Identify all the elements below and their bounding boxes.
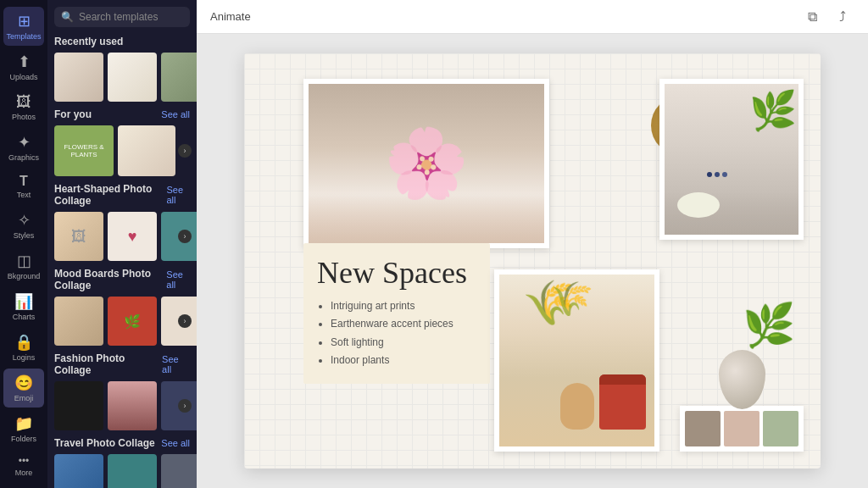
sidebar-item-uploads[interactable]: ⬆ Uploads [3,47,44,86]
mood-boards-header: Mood Boards Photo Collage See all [54,268,190,291]
fashion-title: Fashion Photo Collage [54,352,162,376]
sidebar-item-background[interactable]: ◫ Bkground [3,247,44,286]
fashion-row: › [54,381,190,430]
travel-title: Travel Photo Collage [54,437,155,449]
mood-thumb-2[interactable]: 🌿 [108,297,157,346]
fashion-see-all[interactable]: See all [162,354,190,374]
folders-icon: 📁 [14,414,33,433]
recent-thumb-1[interactable] [54,53,103,102]
sidebar-item-templates[interactable]: ⊞ Templates [3,7,44,46]
topbar-actions: ⧉ ⤴ [800,5,854,29]
more-icon: ••• [19,455,30,467]
emoji-icon: 😊 [14,374,33,392]
travel-row [54,454,190,488]
travel-thumb-2[interactable] [108,454,157,488]
sidebar-item-text[interactable]: T Text [3,169,44,204]
sidebar-item-logins[interactable]: 🔒 Logins [3,328,44,367]
background-icon: ◫ [17,252,31,270]
fashion-header: Fashion Photo Collage See all [54,352,190,376]
flowers-photo[interactable]: 🌸 [303,79,549,248]
for-you-next[interactable]: › [178,144,192,158]
swatch-brown [685,411,721,446]
graphics-icon: ✦ [18,133,31,152]
uploads-icon: ⬆ [18,53,31,71]
interior-photo[interactable]: 🌿 [659,79,804,240]
mood-next[interactable]: › [178,314,192,328]
recently-used-header: Recently used [54,36,190,47]
heart-thumb-2[interactable]: ♥ [108,212,157,261]
bag-shape [599,374,646,430]
swatch-sage [763,411,798,446]
recently-used-row [54,53,190,102]
for-you-thumb-2[interactable] [118,125,175,176]
styles-icon: ✧ [18,211,31,230]
search-input[interactable] [79,11,197,23]
recently-used-title: Recently used [54,36,123,47]
heart-next[interactable]: › [178,230,192,243]
travel-see-all[interactable]: See all [161,438,190,448]
page-title: Animate [210,10,251,23]
sidebar-item-graphics[interactable]: ✦ Graphics [3,128,44,167]
recent-thumb-2[interactable] [108,53,157,102]
text-block: New Spaces Intriguing art prints Earthen… [303,243,490,384]
heart-shaped-header: Heart-Shaped Photo Collage See all [54,183,190,207]
sidebar-item-charts[interactable]: 📊 Charts [3,287,44,326]
recent-thumb-3[interactable] [161,53,197,102]
sidebar-wrapper: ⊞ Templates ⬆ Uploads 🖼 Photos ✦ Graphic… [0,0,197,488]
templates-scroll-area: 🔍 ≡ Recently used For [47,0,197,488]
bullet-item-1: Intriguing art prints [331,297,476,316]
for-you-title: For you [54,108,92,120]
sidebar-item-more[interactable]: ••• More [3,450,44,482]
mood-thumb-1[interactable] [54,297,103,346]
fashion-thumb-2[interactable] [108,381,157,430]
heart-shaped-title: Heart-Shaped Photo Collage [54,183,167,207]
duplicate-button[interactable]: ⧉ [800,5,824,29]
sphere-decoration [719,350,765,409]
swatch-pink [724,411,760,446]
icon-strip: ⊞ Templates ⬆ Uploads 🖼 Photos ✦ Graphic… [0,0,47,488]
text-icon: T [19,174,28,189]
for-you-header: For you See all [54,108,190,120]
fashion-thumb-1[interactable] [54,381,103,430]
travel-header: Travel Photo Collage See all [54,437,190,449]
for-you-row: FLOWERS & PLANTS › [54,125,190,176]
for-you-thumb-1[interactable]: FLOWERS & PLANTS [54,125,114,176]
search-bar[interactable]: 🔍 ≡ [54,7,190,27]
for-you-see-all[interactable]: See all [161,109,190,119]
heart-shaped-see-all[interactable]: See all [167,185,191,205]
sidebar-item-styles[interactable]: ✧ Styles [3,206,44,245]
mood-boards-see-all[interactable]: See all [166,269,190,290]
sidebar-item-folders[interactable]: 📁 Folders [3,409,44,448]
bullet-item-2: Earthenware accent pieces [331,315,476,334]
sidebar-item-photos[interactable]: 🖼 Photos [3,88,44,126]
ornament-beads [707,172,727,177]
sidebar-item-emoji[interactable]: 😊 Emoji [3,369,44,408]
bullet-item-4: Indoor plants [331,352,476,370]
travel-thumb-3[interactable] [161,454,197,488]
heart-thumb-1[interactable]: 🖼 [54,212,103,261]
travel-thumb-1[interactable] [54,454,103,488]
search-icon: 🔍 [61,11,74,23]
canvas-area: 🌸 ↙ my fave artist 🌿 New Spaces [197,34,868,488]
color-swatches [680,406,804,452]
topbar: Animate ⧉ ⤴ [197,0,868,34]
logins-icon: 🔒 [14,333,33,352]
fashion-next[interactable]: › [178,399,192,413]
templates-panel: 🔍 ≡ Recently used For [47,0,197,488]
bullet-item-3: Soft lighting [331,334,476,352]
templates-icon: ⊞ [18,12,31,30]
charts-icon: 📊 [14,292,33,311]
bottom-center-photo[interactable]: 🌾 🌾 [494,269,659,452]
plant-bottom-right: 🌿 [743,301,795,350]
share-button[interactable]: ⤴ [831,5,854,29]
main-area: Animate ⧉ ⤴ 🌸 ↙ my fave artist [197,0,868,488]
mood-boards-row: 🌿 › [54,297,190,346]
vase-shape [560,383,594,430]
photos-icon: 🖼 [16,93,31,111]
moodboard-canvas[interactable]: 🌸 ↙ my fave artist 🌿 New Spaces [244,53,821,469]
new-spaces-title: New Spaces [317,257,476,291]
bullet-list: Intriguing art prints Earthenware accent… [317,297,476,370]
mood-boards-title: Mood Boards Photo Collage [54,268,166,291]
heart-shaped-row: 🖼 ♥ › [54,212,190,261]
